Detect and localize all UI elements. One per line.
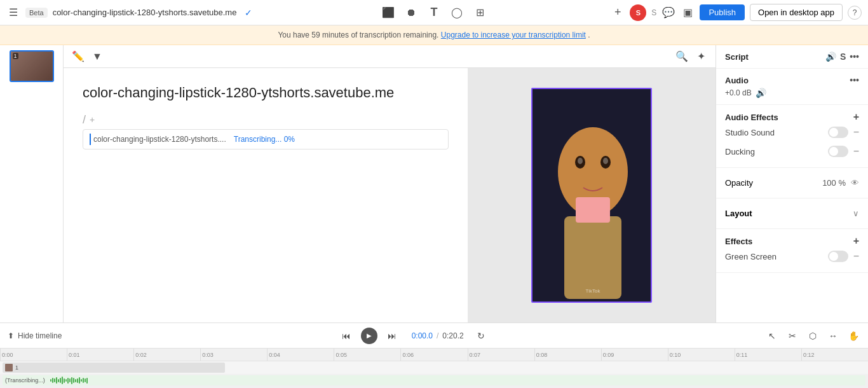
pointer-icon[interactable]: ↖	[765, 329, 779, 343]
notif-text: You have 59 minutes of transcription rem…	[278, 31, 438, 39]
publish-button[interactable]: Publish	[700, 4, 745, 20]
skip-forward-icon[interactable]: ⏭	[385, 329, 399, 343]
more-icon[interactable]: •••	[850, 52, 859, 62]
grid-icon[interactable]: ⊞	[473, 6, 487, 20]
ducking-toggle[interactable]	[828, 146, 848, 157]
mark-12: 0:12	[801, 349, 868, 361]
menu-icon[interactable]: ☰	[6, 6, 20, 20]
audio-track[interactable]: (Transcribing...)	[0, 374, 868, 386]
studio-sound-toggle[interactable]	[828, 127, 848, 138]
text-icon[interactable]: T	[427, 6, 441, 20]
save-icon[interactable]: ⬛	[381, 6, 395, 20]
toolbar-search-icon[interactable]: 🔍	[675, 50, 689, 64]
audio-track-label: (Transcribing...)	[5, 377, 45, 384]
timeline-marks: 0:00 0:01 0:02 0:03 0:04 0:05 0:06 0:07 …	[0, 349, 868, 361]
topbar-center: ⬛ ⏺ T ◯ ⊞	[381, 6, 487, 20]
effects-add-icon[interactable]: +	[853, 235, 859, 247]
chat-icon[interactable]: 💬	[661, 6, 675, 20]
record-icon[interactable]: ⏺	[404, 6, 418, 20]
help-icon[interactable]: ?	[848, 6, 862, 20]
expand-icon[interactable]: ⬡	[806, 329, 820, 343]
mark-9: 0:09	[601, 349, 668, 361]
mark-6: 0:06	[400, 349, 467, 361]
svg-point-5	[603, 158, 608, 164]
transcribing-status: Transcribing... 0%	[234, 135, 295, 144]
transcribing-filename: color-changing-lipstick-1280-ytshorts...…	[93, 135, 226, 144]
studio-sound-remove-icon[interactable]: −	[853, 127, 859, 137]
layout-icon[interactable]: ▣	[681, 6, 695, 20]
audio-label: Audio	[725, 76, 749, 85]
ducking-row: Ducking −	[725, 142, 859, 161]
audio-effects-add-icon[interactable]: +	[853, 111, 859, 123]
audio-effects-header: Audio Effects +	[725, 111, 859, 123]
svg-rect-6	[564, 216, 621, 299]
audio-volume-icon[interactable]: 🔊	[756, 88, 766, 98]
toolbar-chevron-icon[interactable]: ▼	[90, 50, 104, 64]
toolbar-spark-icon[interactable]: ✦	[694, 50, 708, 64]
slide-thumbnail-1[interactable]: 1	[10, 50, 54, 82]
topbar-right: + S S 💬 ▣ Publish Open in desktop app ?	[492, 4, 862, 21]
loop-icon[interactable]: ↻	[474, 329, 488, 343]
video-track-item[interactable]: 1	[3, 363, 225, 373]
ducking-remove-icon[interactable]: −	[853, 146, 859, 156]
svg-rect-7	[576, 197, 610, 223]
mark-5: 0:05	[334, 349, 400, 361]
audio-db-value: +0.0 dB	[725, 88, 752, 97]
opacity-value: 100 %	[822, 178, 846, 188]
script-actions: 🔊 S •••	[825, 52, 859, 62]
script-area[interactable]: color-changing-lipstick-1280-ytshorts.sa…	[64, 68, 468, 322]
green-screen-label: Green Screen	[725, 252, 776, 261]
bottom-toolbar: ⬆ Hide timeline ⏮ ▶ ⏭ 0:00.0 / 0:20.2 ↻ …	[0, 322, 868, 348]
preview-area: TikTok	[468, 68, 715, 322]
hide-timeline-button[interactable]: ⬆ Hide timeline	[8, 331, 62, 340]
video-track[interactable]: 1	[0, 361, 868, 374]
skip-back-icon[interactable]: ⏮	[339, 329, 353, 343]
layout-chevron-icon[interactable]: ∨	[853, 209, 859, 218]
resize-icon[interactable]: ↔	[826, 329, 840, 343]
mark-11: 0:11	[735, 349, 801, 361]
audio-more-icon[interactable]: •••	[850, 75, 859, 85]
open-desktop-button[interactable]: Open in desktop app	[750, 4, 843, 21]
effects-section: Effects + Green Screen −	[716, 229, 868, 273]
mark-10: 0:10	[668, 349, 735, 361]
add-icon[interactable]: +	[611, 6, 625, 20]
trim-icon[interactable]: ✂	[785, 329, 799, 343]
editor-toolbar: ✏️ ▼ 🔍 ✦	[64, 45, 715, 68]
video-preview: TikTok	[531, 88, 652, 303]
avatar: S	[630, 4, 646, 21]
text-cursor	[90, 134, 91, 145]
upgrade-link[interactable]: Upgrade to increase your transcription l…	[441, 31, 586, 39]
mark-1: 0:01	[67, 349, 133, 361]
script-section: Script 🔊 S •••	[716, 45, 868, 69]
video-svg: TikTok	[532, 89, 652, 303]
green-screen-toggle[interactable]	[828, 251, 848, 262]
script-title: color-changing-lipstick-1280-ytshorts.sa…	[83, 83, 449, 103]
volume-icon[interactable]: 🔊	[825, 52, 836, 62]
plus-line-icon[interactable]: +	[90, 114, 95, 125]
playback-controls: ⏮ ▶ ⏭	[339, 328, 399, 344]
hide-timeline-label: Hide timeline	[18, 331, 62, 340]
script-label: Script	[725, 52, 749, 62]
toolbar-right-icons: ↖ ✂ ⬡ ↔ ✋	[765, 329, 860, 343]
slash-row: / +	[83, 113, 449, 127]
audio-db-row: +0.0 dB 🔊	[725, 88, 859, 98]
current-time: 0:00.0	[412, 331, 433, 340]
track-thumbnail	[5, 364, 13, 371]
pencil-icon[interactable]: ✏️	[71, 50, 85, 64]
mark-2: 0:02	[133, 349, 200, 361]
shape-icon[interactable]: ◯	[450, 6, 464, 20]
audio-header: Audio •••	[725, 75, 859, 85]
play-button[interactable]: ▶	[361, 328, 377, 344]
s-icon[interactable]: S	[840, 52, 846, 62]
left-panel: 1	[0, 45, 64, 322]
hand-icon[interactable]: ✋	[846, 329, 860, 343]
time-separator: /	[437, 331, 438, 340]
beta-badge: Beta	[25, 8, 48, 18]
green-screen-row: Green Screen −	[725, 247, 859, 266]
opacity-section: Opacity 100 % 👁	[716, 168, 868, 198]
right-panel: Script 🔊 S ••• Audio ••• +0.0 dB 🔊	[715, 45, 868, 322]
green-screen-remove-icon[interactable]: −	[853, 251, 859, 261]
audio-track-item[interactable]: (Transcribing...)	[3, 375, 865, 385]
effects-header: Effects +	[725, 235, 859, 247]
eye-icon[interactable]: 👁	[851, 178, 859, 188]
